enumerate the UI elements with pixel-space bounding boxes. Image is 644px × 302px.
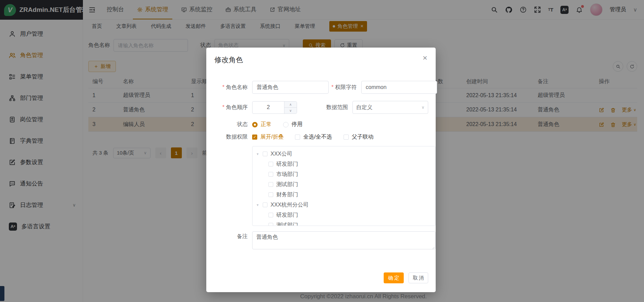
tree-node-dept[interactable]: 市场部门 [253,169,435,179]
tree-node-dept[interactable]: 测试部门 [253,179,435,190]
tree-node-label[interactable]: 市场部门 [276,171,298,178]
checkbox-checked-icon: ✓ [252,135,257,140]
role-key-label: 权限字符 [329,84,357,91]
tree-expand-caret-icon[interactable]: ▾ [256,203,260,207]
tree-checkbox[interactable] [268,213,273,217]
tree-node-label[interactable]: XXX公司 [271,150,292,158]
tree-node-label[interactable]: XXX杭州分公司 [271,201,309,209]
tree-expand-caret-icon[interactable]: ▾ [256,152,260,156]
tree-node-label[interactable]: 测试部门 [276,181,298,188]
role-order-input[interactable]: 2 ∧ ∨ [252,101,297,114]
radio-selected-icon [252,122,258,127]
role-name-input[interactable] [252,81,329,94]
status-disabled-radio[interactable]: 停用 [283,121,302,128]
cancel-button[interactable]: 取消 [408,272,428,283]
form-row: 备注 普通角色 [214,231,428,251]
spinner-up-icon[interactable]: ∧ [284,102,297,108]
edit-role-dialog: 修改角色 ✕ 角色名称 权限字符 角色顺序 2 ∧ ∨ 数据范围 自定义 ∨ [206,48,436,292]
dialog-body: 角色名称 权限字符 角色顺序 2 ∧ ∨ 数据范围 自定义 ∨ 状态 [214,65,428,251]
tree-node-label[interactable]: 测试部门 [276,222,298,226]
tree-node-dept[interactable]: 财务部门 [253,190,435,200]
tree-checkbox[interactable] [268,223,273,226]
tree-node-company[interactable]: ▾ XXX公司 [253,149,435,159]
radio-unselected-icon [283,122,289,127]
select-all-label: 全选/全不选 [303,134,332,141]
status-normal-label: 正常 [261,121,272,128]
status-disabled-label: 停用 [292,121,302,128]
parent-child-link-label: 父子联动 [352,134,373,141]
dialog-title: 修改角色 [214,55,243,65]
tree-node-dept[interactable]: 研发部门 [253,159,435,169]
tree-checkbox[interactable] [268,182,273,187]
tree-checkbox[interactable] [268,172,273,177]
status-label: 状态 [214,121,248,128]
remark-textarea[interactable]: 普通角色 [252,231,436,249]
tree-checkbox[interactable] [268,162,273,166]
spinner-down-icon[interactable]: ∨ [284,108,297,113]
tree-checkbox[interactable] [263,152,267,156]
status-radio-group: 正常 停用 [252,121,302,128]
tree-node-label[interactable]: 研发部门 [276,161,298,168]
tree-checkbox[interactable] [268,192,273,197]
role-key-input[interactable] [361,81,437,94]
role-name-label: 角色名称 [214,84,248,91]
data-perm-label: 数据权限 [214,134,248,141]
checkbox-unchecked-icon [295,135,300,140]
dialog-footer: 确定 取消 [384,272,428,283]
tree-checkbox[interactable] [263,202,267,207]
tree-node-label[interactable]: 研发部门 [276,212,298,219]
parent-child-link-checkbox[interactable]: 父子联动 [344,134,373,141]
corner-widget [0,286,4,301]
tree-node-dept[interactable]: 测试部门 [253,220,435,226]
remark-label: 备注 [214,233,248,240]
form-row: 数据权限 ✓ 展开/折叠 全选/全不选 父子联动 [214,134,428,141]
form-row: 角色名称 权限字符 [214,81,428,94]
data-scope-value: 自定义 [356,104,372,111]
tree-node-company[interactable]: ▾ XXX杭州分公司 [253,200,435,210]
data-perm-options: ✓ 展开/折叠 全选/全不选 父子联动 [252,134,373,141]
expand-collapse-checkbox[interactable]: ✓ 展开/折叠 [252,134,283,141]
form-row: 状态 正常 停用 [214,121,428,128]
dialog-header: 修改角色 ✕ [214,48,428,65]
dept-tree: ▾ XXX公司 研发部门 市场部门 测试部门 财务部门 ▾ [252,146,436,226]
tree-node-label[interactable]: 财务部门 [276,191,298,198]
confirm-button[interactable]: 确定 [384,272,404,283]
tree-node-dept[interactable]: 研发部门 [253,210,435,220]
number-spinner: ∧ ∨ [284,102,297,113]
data-scope-select[interactable]: 自定义 ∨ [352,101,428,114]
form-row: 角色顺序 2 ∧ ∨ 数据范围 自定义 ∨ [214,101,428,114]
dialog-close-icon[interactable]: ✕ [422,55,428,61]
chevron-down-icon: ∨ [421,105,424,110]
select-all-checkbox[interactable]: 全选/全不选 [295,134,332,141]
expand-collapse-label: 展开/折叠 [260,134,283,141]
status-normal-radio[interactable]: 正常 [252,121,272,128]
data-scope-label: 数据范围 [320,104,348,111]
checkbox-unchecked-icon [344,135,349,140]
role-order-value: 2 [253,102,284,113]
role-order-label: 角色顺序 [214,104,248,111]
